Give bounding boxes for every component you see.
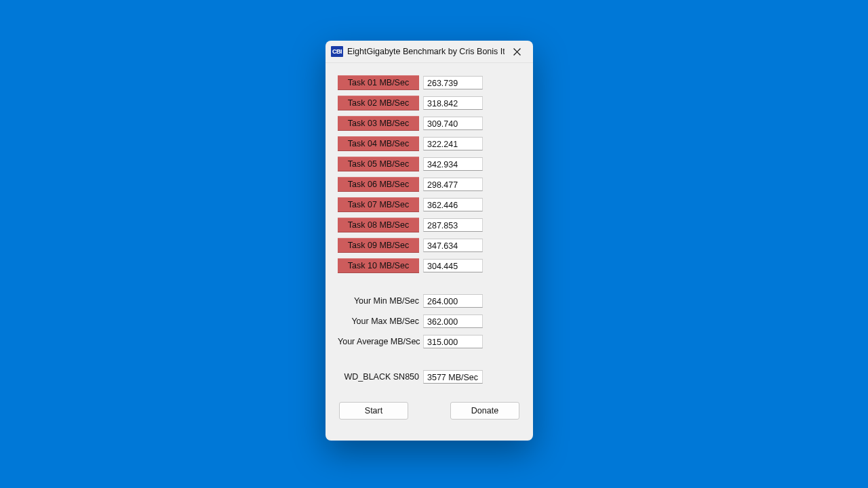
task-value: 347.634 bbox=[423, 239, 483, 252]
reference-value: 3577 MB/Sec bbox=[423, 370, 483, 384]
task-label: Task 06 MB/Sec bbox=[338, 177, 419, 192]
reference-label: WD_BLACK SN850 bbox=[338, 372, 419, 382]
titlebar[interactable]: CBI EightGigabyte Benchmark by Cris Boni… bbox=[326, 41, 533, 63]
task-value: 298.477 bbox=[423, 178, 483, 191]
summary-value: 315.000 bbox=[423, 335, 483, 348]
summary-label: Your Average MB/Sec bbox=[338, 337, 419, 346]
close-button[interactable] bbox=[505, 42, 529, 61]
task-row: Task 09 MB/Sec347.634 bbox=[338, 238, 521, 253]
donate-button[interactable]: Donate bbox=[450, 402, 519, 420]
task-row: Task 08 MB/Sec287.853 bbox=[338, 218, 521, 232]
start-button[interactable]: Start bbox=[339, 402, 408, 420]
task-value: 263.739 bbox=[423, 76, 483, 89]
summary-row: Your Min MB/Sec264.000 bbox=[338, 293, 521, 308]
reference-row: WD_BLACK SN850 3577 MB/Sec bbox=[338, 369, 521, 384]
task-label: Task 02 MB/Sec bbox=[338, 96, 419, 110]
window-title: EightGigabyte Benchmark by Cris Bonis It… bbox=[347, 47, 505, 56]
summary-label: Your Max MB/Sec bbox=[338, 317, 419, 326]
app-window: CBI EightGigabyte Benchmark by Cris Boni… bbox=[326, 41, 533, 441]
task-label: Task 04 MB/Sec bbox=[338, 136, 419, 151]
task-value: 342.934 bbox=[423, 157, 483, 171]
task-row: Task 04 MB/Sec322.241 bbox=[338, 136, 521, 151]
task-value: 318.842 bbox=[423, 96, 483, 110]
task-label: Task 08 MB/Sec bbox=[338, 218, 419, 232]
app-icon: CBI bbox=[331, 46, 343, 57]
summary-row: Your Max MB/Sec362.000 bbox=[338, 314, 521, 329]
task-value: 322.241 bbox=[423, 137, 483, 150]
task-label: Task 05 MB/Sec bbox=[338, 157, 419, 171]
task-label: Task 01 MB/Sec bbox=[338, 75, 419, 90]
task-row: Task 02 MB/Sec318.842 bbox=[338, 96, 521, 110]
task-label: Task 09 MB/Sec bbox=[338, 238, 419, 253]
task-row: Task 05 MB/Sec342.934 bbox=[338, 157, 521, 171]
task-row: Task 10 MB/Sec304.445 bbox=[338, 258, 521, 273]
task-label: Task 10 MB/Sec bbox=[338, 258, 419, 273]
task-row: Task 03 MB/Sec309.740 bbox=[338, 116, 521, 131]
summary-row: Your Average MB/Sec315.000 bbox=[338, 334, 521, 349]
close-icon bbox=[513, 48, 521, 56]
task-row: Task 06 MB/Sec298.477 bbox=[338, 177, 521, 192]
window-body: Task 01 MB/Sec263.739Task 02 MB/Sec318.8… bbox=[326, 63, 533, 441]
task-row: Task 01 MB/Sec263.739 bbox=[338, 75, 521, 90]
task-value: 309.740 bbox=[423, 117, 483, 130]
task-value: 287.853 bbox=[423, 218, 483, 232]
summary-value: 264.000 bbox=[423, 294, 483, 308]
task-value: 362.446 bbox=[423, 198, 483, 211]
task-value: 304.445 bbox=[423, 259, 483, 272]
task-label: Task 03 MB/Sec bbox=[338, 116, 419, 131]
summary-label: Your Min MB/Sec bbox=[338, 296, 419, 306]
task-row: Task 07 MB/Sec362.446 bbox=[338, 197, 521, 212]
summary-value: 362.000 bbox=[423, 314, 483, 328]
task-label: Task 07 MB/Sec bbox=[338, 197, 419, 212]
